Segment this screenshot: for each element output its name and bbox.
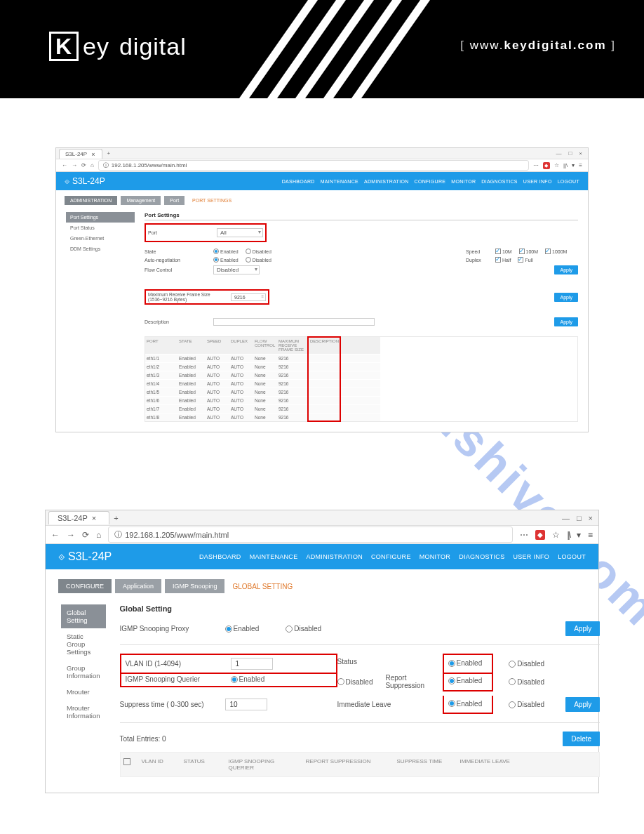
nav-item[interactable]: CONFIGURE — [371, 553, 411, 560]
nav-item[interactable]: MAINTENANCE — [250, 553, 298, 560]
forward-icon[interactable]: → — [67, 530, 75, 540]
nav-item[interactable]: ADMINISTRATION — [306, 553, 363, 560]
table-row[interactable]: eth1/5EnabledAUTOAUTONone9216 — [145, 388, 577, 396]
apply-button[interactable]: Apply — [565, 621, 600, 636]
table-row[interactable]: eth1/4EnabledAUTOAUTONone9216 — [145, 379, 577, 388]
status-disabled-radio[interactable]: Disabled — [509, 660, 544, 668]
apply-button[interactable]: Apply — [554, 317, 578, 326]
nav-item[interactable]: MONITOR — [451, 179, 476, 184]
browser-tab[interactable]: S3L-24P × — [59, 149, 102, 159]
crumb[interactable]: Application — [115, 579, 161, 593]
menu-icon[interactable]: ≡ — [579, 162, 582, 169]
new-tab-button[interactable]: + — [114, 514, 118, 522]
state-disabled-radio[interactable]: Disabled — [246, 249, 271, 254]
table-row[interactable]: eth1/1EnabledAUTOAUTONone9216 — [145, 354, 577, 362]
minimize-icon[interactable]: — — [562, 514, 570, 522]
speed-100m[interactable]: 100M — [519, 249, 539, 254]
url-field[interactable]: ⓘ 192.168.1.205/www/main.html — [108, 527, 513, 543]
close-icon[interactable]: × — [589, 514, 593, 522]
shield-icon[interactable]: ◆ — [535, 530, 545, 540]
new-tab-button[interactable]: + — [107, 150, 110, 157]
duplex-full[interactable]: Full — [518, 257, 532, 263]
back-icon[interactable]: ← — [51, 530, 60, 540]
maximize-icon[interactable]: □ — [568, 150, 572, 157]
sidebar-item-port-settings[interactable]: Port Settings — [66, 212, 135, 223]
close-tab-icon[interactable]: × — [91, 151, 95, 158]
table-row[interactable]: eth1/3EnabledAUTOAUTONone9216 — [145, 371, 577, 379]
nav-item[interactable]: MAINTENANCE — [321, 179, 358, 184]
speed-10m[interactable]: 10M — [495, 249, 512, 254]
close-icon[interactable]: × — [579, 150, 582, 157]
sidebar-item-green-ethernet[interactable]: Green-Ethernet — [66, 233, 135, 244]
state-enabled-radio[interactable]: Enabled — [213, 249, 239, 254]
description-input[interactable] — [213, 318, 375, 326]
crumb[interactable]: Management — [121, 196, 161, 205]
minimize-icon[interactable]: — — [556, 150, 561, 157]
proxy-disabled-radio[interactable]: Disabled — [286, 625, 321, 633]
table-row[interactable]: eth1/8EnabledAUTOAUTONone9216 — [145, 413, 577, 421]
apply-button[interactable]: Apply — [554, 265, 578, 274]
url-field[interactable]: ⓘ 192.168.1.205/www/main.html — [98, 160, 529, 171]
home-icon[interactable]: ⌂ — [90, 162, 94, 168]
proxy-enabled-radio[interactable]: Enabled — [225, 625, 260, 633]
sidebar-item-ddm-settings[interactable]: DDM Settings — [66, 244, 135, 254]
nav-item[interactable]: DIAGNOSTICS — [459, 553, 504, 560]
crumb[interactable]: Port — [164, 196, 185, 205]
leave-disabled-radio[interactable]: Disabled — [509, 701, 544, 708]
port-select[interactable]: All — [217, 228, 263, 237]
querier-disabled-radio[interactable]: Disabled — [337, 678, 373, 686]
flowcontrol-select[interactable]: Disabled — [213, 265, 260, 274]
nav-item[interactable]: MONITOR — [420, 553, 450, 560]
delete-button[interactable]: Delete — [563, 732, 600, 746]
duplex-half[interactable]: Half — [495, 257, 511, 263]
home-icon[interactable]: ⌂ — [96, 530, 101, 540]
select-all-checkbox[interactable] — [123, 758, 130, 765]
star-icon[interactable]: ☆ — [554, 162, 559, 169]
vlan-input[interactable]: 1 — [231, 658, 273, 670]
table-row[interactable]: eth1/6EnabledAUTOAUTONone9216 — [145, 396, 577, 404]
nav-item[interactable]: LOGOUT — [558, 553, 586, 560]
table-row[interactable]: eth1/7EnabledAUTOAUTONone9216 — [145, 404, 577, 413]
report-disabled-radio[interactable]: Disabled — [509, 678, 544, 686]
library-icon[interactable]: ||\ — [567, 530, 570, 540]
suppress-input[interactable]: 10 — [225, 699, 267, 710]
browser-tab[interactable]: S3L-24P × — [48, 511, 109, 524]
close-tab-icon[interactable]: × — [92, 514, 96, 522]
star-icon[interactable]: ☆ — [552, 530, 560, 540]
sidebar-item-mrouter-info[interactable]: Mrouter Information — [61, 700, 106, 724]
autoneg-enabled-radio[interactable]: Enabled — [213, 257, 239, 263]
nav-item[interactable]: DIAGNOSTICS — [481, 179, 518, 184]
autoneg-disabled-radio[interactable]: Disabled — [246, 257, 271, 263]
pocket-icon[interactable]: ▾ — [572, 162, 575, 169]
speed-1000m[interactable]: 1000M — [545, 249, 567, 254]
reload-icon[interactable]: ⟳ — [81, 162, 86, 168]
table-row[interactable]: eth1/2EnabledAUTOAUTONone9216 — [145, 362, 577, 371]
apply-button[interactable]: Apply — [554, 293, 578, 302]
nav-item[interactable]: ADMINISTRATION — [364, 179, 409, 184]
menu-icon[interactable]: ≡ — [588, 530, 593, 540]
reload-icon[interactable]: ⟳ — [82, 530, 89, 540]
maximize-icon[interactable]: □ — [577, 514, 582, 522]
report-enabled-radio[interactable]: Enabled — [448, 677, 483, 684]
more-icon[interactable]: ⋯ — [533, 162, 539, 169]
back-icon[interactable]: ← — [62, 162, 67, 168]
sidebar-item-group-info[interactable]: Group Information — [61, 660, 106, 684]
more-icon[interactable]: ⋯ — [520, 530, 528, 540]
querier-enabled-radio[interactable]: Enabled — [231, 675, 265, 683]
nav-item[interactable]: USER INFO — [523, 179, 552, 184]
nav-item[interactable]: DASHBOARD — [282, 179, 315, 184]
apply-button[interactable]: Apply — [565, 697, 600, 712]
nav-item[interactable]: CONFIGURE — [415, 179, 446, 184]
nav-item[interactable]: LOGOUT — [558, 179, 579, 184]
sidebar-item-global-setting[interactable]: Global Setting — [61, 604, 106, 628]
status-enabled-radio[interactable]: Enabled — [448, 659, 483, 667]
shield-icon[interactable]: ◆ — [543, 162, 550, 169]
sidebar-item-static-group[interactable]: Static Group Settings — [61, 628, 106, 660]
crumb[interactable]: ADMINISTRATION — [65, 196, 117, 205]
forward-icon[interactable]: → — [72, 162, 77, 168]
crumb[interactable]: CONFIGURE — [58, 579, 112, 593]
nav-item[interactable]: DASHBOARD — [199, 553, 241, 560]
pocket-icon[interactable]: ▾ — [577, 530, 581, 540]
mrfs-input[interactable]: 9216 — [231, 293, 266, 301]
crumb[interactable]: IGMP Snooping — [165, 579, 224, 593]
